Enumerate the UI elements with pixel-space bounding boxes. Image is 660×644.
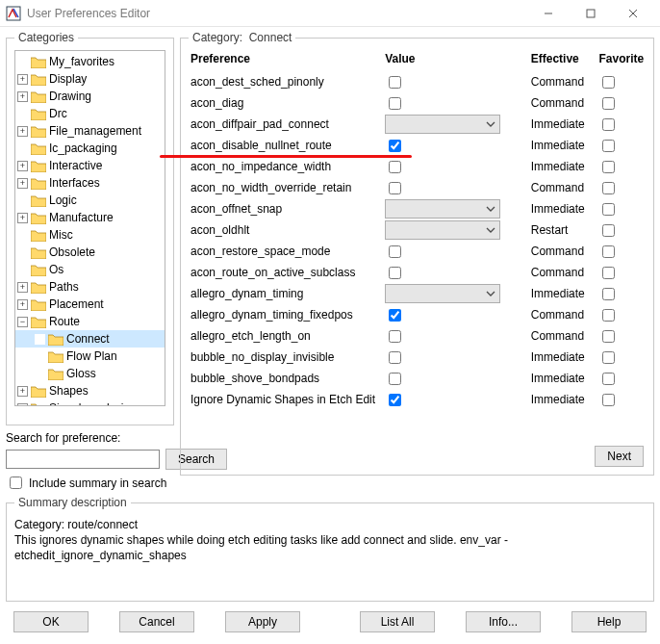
- tree-label: Obsolete: [49, 245, 95, 259]
- expand-icon[interactable]: +: [17, 403, 28, 407]
- folder-icon: [31, 73, 46, 86]
- pref-effective: Immediate: [529, 347, 597, 368]
- favorite-checkbox[interactable]: [602, 76, 615, 89]
- favorite-checkbox[interactable]: [602, 351, 615, 364]
- tree-item-ic_packaging[interactable]: Ic_packaging: [15, 140, 165, 157]
- value-checkbox[interactable]: [389, 267, 401, 279]
- pref-name: acon_restore_space_mode: [189, 241, 383, 262]
- tree-item-manufacture[interactable]: +Manufacture: [15, 209, 165, 226]
- expand-icon[interactable]: +: [17, 386, 28, 397]
- tree-item-display[interactable]: +Display: [15, 70, 165, 88]
- favorite-checkbox[interactable]: [602, 140, 615, 152]
- info-button[interactable]: Info...: [466, 611, 541, 632]
- tree-item-route[interactable]: −Route: [15, 313, 165, 330]
- tree-item-connect[interactable]: Connect: [15, 330, 165, 348]
- tree-item-signal_analysis[interactable]: +Signal_analysis: [15, 399, 165, 406]
- tree-item-flow-plan[interactable]: Flow Plan: [15, 348, 165, 365]
- favorite-checkbox[interactable]: [602, 118, 615, 131]
- search-input[interactable]: [6, 450, 160, 469]
- expand-icon[interactable]: +: [17, 178, 28, 189]
- cancel-button[interactable]: Cancel: [119, 611, 194, 632]
- favorite-checkbox[interactable]: [602, 245, 615, 258]
- value-checkbox[interactable]: [389, 351, 401, 364]
- tree-item-placement[interactable]: +Placement: [15, 296, 165, 313]
- value-combobox[interactable]: [385, 220, 500, 240]
- tree-item-drawing[interactable]: +Drawing: [15, 88, 165, 105]
- favorite-checkbox[interactable]: [602, 97, 615, 110]
- pref-name: acon_oldhlt: [189, 219, 383, 241]
- maximize-button[interactable]: [570, 0, 612, 27]
- favorite-checkbox[interactable]: [602, 182, 615, 194]
- value-checkbox[interactable]: [389, 330, 401, 343]
- help-button[interactable]: Help: [571, 611, 647, 632]
- tree-item-gloss[interactable]: Gloss: [15, 365, 165, 382]
- favorite-checkbox[interactable]: [602, 267, 615, 279]
- value-checkbox[interactable]: [389, 245, 401, 258]
- tree-item-paths[interactable]: +Paths: [15, 278, 165, 296]
- tree-item-drc[interactable]: Drc: [15, 105, 165, 122]
- next-button[interactable]: Next: [595, 446, 644, 467]
- tree-item-file_management[interactable]: +File_management: [15, 122, 165, 140]
- favorite-checkbox[interactable]: [602, 224, 615, 237]
- folder-icon: [31, 108, 46, 120]
- value-combobox[interactable]: [385, 199, 500, 219]
- minimize-button[interactable]: [527, 0, 570, 27]
- folder-icon: [31, 229, 46, 242]
- preference-table: Preference Value Effective Favorite acon…: [189, 50, 646, 410]
- favorite-checkbox[interactable]: [602, 288, 615, 300]
- pref-name: Ignore Dynamic Shapes in Etch Edit: [189, 389, 383, 410]
- categories-tree[interactable]: My_favorites+Display+DrawingDrc+File_man…: [14, 50, 165, 406]
- value-checkbox[interactable]: [389, 140, 401, 152]
- favorite-checkbox[interactable]: [602, 373, 615, 385]
- ok-button[interactable]: OK: [13, 611, 89, 632]
- expand-icon[interactable]: +: [17, 91, 28, 102]
- pref-favorite-cell: [597, 135, 646, 156]
- value-checkbox[interactable]: [389, 373, 401, 385]
- tree-item-shapes[interactable]: +Shapes: [15, 382, 165, 399]
- value-checkbox[interactable]: [389, 182, 401, 194]
- expand-icon[interactable]: +: [17, 282, 28, 293]
- pref-row: allegro_dynam_timing_fixedposCommand: [189, 304, 646, 325]
- value-combobox[interactable]: [385, 284, 500, 303]
- pref-name: bubble_no_display_invisible: [189, 347, 383, 368]
- col-effective: Effective: [529, 50, 597, 71]
- favorite-checkbox[interactable]: [602, 203, 615, 216]
- pref-effective: Restart: [529, 219, 597, 241]
- folder-icon: [31, 90, 46, 103]
- pref-name: acon_dest_sched_pinonly: [189, 71, 383, 92]
- include-summary-check[interactable]: Include summary in search: [6, 474, 174, 492]
- expand-icon[interactable]: +: [17, 74, 28, 85]
- pref-name: acon_no_width_override_retain: [189, 177, 383, 198]
- pref-name: acon_no_impedance_width: [189, 156, 383, 177]
- tree-item-os[interactable]: Os: [15, 261, 165, 278]
- value-combobox[interactable]: [385, 115, 500, 134]
- tree-item-logic[interactable]: Logic: [15, 192, 165, 209]
- expand-icon[interactable]: +: [17, 213, 28, 223]
- list-all-button[interactable]: List All: [360, 611, 435, 632]
- include-summary-checkbox[interactable]: [10, 477, 22, 489]
- favorite-checkbox[interactable]: [602, 394, 615, 406]
- value-checkbox[interactable]: [389, 161, 401, 173]
- tree-item-misc[interactable]: Misc: [15, 226, 165, 244]
- folder-icon: [31, 212, 46, 224]
- value-checkbox[interactable]: [389, 309, 401, 322]
- favorite-checkbox[interactable]: [602, 330, 615, 343]
- tree-item-interfaces[interactable]: +Interfaces: [15, 174, 165, 192]
- apply-button[interactable]: Apply: [225, 611, 300, 632]
- expand-icon[interactable]: +: [17, 161, 28, 171]
- folder-icon: [31, 264, 46, 276]
- pref-effective: Immediate: [529, 198, 597, 219]
- favorite-checkbox[interactable]: [602, 161, 615, 173]
- close-button[interactable]: [612, 0, 654, 27]
- value-checkbox[interactable]: [389, 76, 401, 89]
- expand-icon[interactable]: +: [17, 299, 28, 310]
- expand-icon[interactable]: +: [17, 126, 28, 137]
- tree-item-obsolete[interactable]: Obsolete: [15, 244, 165, 261]
- favorite-checkbox[interactable]: [602, 309, 615, 322]
- value-checkbox[interactable]: [389, 394, 401, 406]
- tree-item-interactive[interactable]: +Interactive: [15, 157, 165, 174]
- pref-row: acon_disable_nullnet_routeImmediate: [189, 135, 646, 156]
- collapse-icon[interactable]: −: [17, 317, 28, 327]
- tree-item-my_favorites[interactable]: My_favorites: [15, 53, 165, 70]
- value-checkbox[interactable]: [389, 97, 401, 110]
